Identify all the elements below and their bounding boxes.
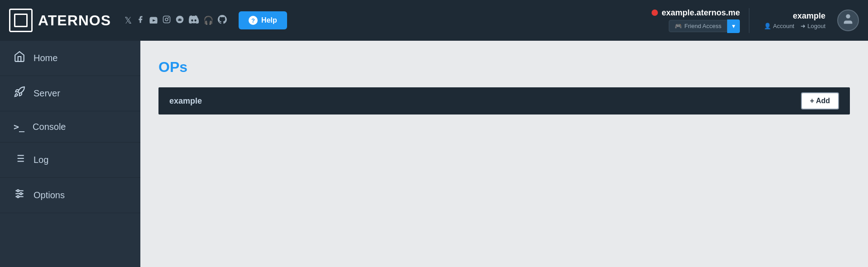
- server-address: example.aternos.me: [662, 8, 740, 18]
- reddit-icon[interactable]: [175, 15, 184, 26]
- friend-access-icon: 🎮: [675, 23, 682, 29]
- instagram-icon[interactable]: [163, 15, 171, 26]
- avatar-icon: [842, 13, 854, 29]
- svg-point-4: [178, 18, 182, 21]
- page-title: OPs: [158, 59, 850, 76]
- logout-label: Logout: [807, 23, 825, 29]
- chevron-down-icon: ▼: [731, 23, 736, 29]
- svg-point-7: [182, 17, 183, 19]
- top-navigation: ATERNOS 𝕏 🎧 ? Help example.a: [0, 0, 868, 41]
- friend-access-row: 🎮 Friend Access ▼: [669, 19, 740, 33]
- svg-point-2: [168, 17, 169, 18]
- youtube-icon[interactable]: [149, 15, 158, 26]
- avatar: [837, 10, 859, 31]
- help-button[interactable]: ? Help: [239, 11, 287, 29]
- console-icon: >_: [14, 121, 24, 132]
- social-icons-group: 𝕏 🎧: [125, 15, 227, 26]
- ops-player-name: example: [169, 96, 801, 106]
- svg-point-9: [846, 14, 850, 18]
- server-name-row: example.aternos.me: [652, 8, 740, 18]
- sidebar-item-options[interactable]: Options: [0, 178, 140, 213]
- twitter-icon[interactable]: 𝕏: [125, 15, 132, 26]
- svg-point-20: [20, 193, 22, 195]
- svg-point-1: [165, 18, 168, 21]
- server-status-area: example.aternos.me 🎮 Friend Access ▼: [652, 8, 749, 33]
- options-icon: [14, 188, 25, 203]
- main-content: OPs example + Add: [140, 41, 868, 267]
- sidebar-item-server[interactable]: Server: [0, 76, 140, 111]
- sidebar-item-label-log: Log: [34, 155, 48, 165]
- server-rocket-icon: [14, 86, 25, 101]
- discord-icon[interactable]: [189, 15, 199, 26]
- sidebar-item-label-console: Console: [33, 122, 66, 132]
- logo-box: [9, 9, 33, 32]
- svg-point-19: [17, 190, 19, 191]
- logo-area: ATERNOS: [9, 9, 111, 32]
- logout-link[interactable]: ➜ Logout: [801, 23, 825, 29]
- ops-player-row: example + Add: [158, 87, 850, 114]
- svg-point-5: [178, 19, 179, 20]
- logo-text: ATERNOS: [38, 12, 111, 29]
- sidebar-item-log[interactable]: Log: [0, 143, 140, 178]
- status-dot-offline: [652, 10, 658, 16]
- sidebar: Home Server >_ Console Log Options: [0, 41, 140, 267]
- sidebar-item-label-home: Home: [34, 53, 58, 63]
- help-icon: ?: [249, 16, 258, 25]
- friend-access-label: Friend Access: [685, 23, 722, 29]
- account-link[interactable]: 👤 Account: [764, 23, 794, 29]
- account-icon: 👤: [764, 23, 771, 29]
- help-label: Help: [261, 16, 277, 24]
- svg-point-21: [17, 195, 19, 197]
- sidebar-item-home[interactable]: Home: [0, 41, 140, 76]
- user-links: 👤 Account ➜ Logout: [764, 23, 825, 29]
- teamspeak-icon[interactable]: 🎧: [203, 15, 213, 25]
- friend-access-button[interactable]: 🎮 Friend Access: [669, 20, 728, 32]
- username-label: example: [793, 11, 825, 21]
- svg-rect-0: [163, 16, 170, 23]
- github-icon[interactable]: [218, 15, 227, 26]
- log-icon: [14, 153, 25, 167]
- sidebar-item-label-server: Server: [34, 88, 60, 99]
- facebook-icon[interactable]: [136, 15, 144, 26]
- home-icon: [14, 51, 25, 66]
- user-area: example 👤 Account ➜ Logout: [764, 11, 825, 29]
- logo-inner-box: [14, 14, 28, 27]
- logout-icon: ➜: [801, 23, 806, 29]
- account-label: Account: [773, 23, 794, 29]
- sidebar-item-console[interactable]: >_ Console: [0, 111, 140, 143]
- main-layout: Home Server >_ Console Log Options: [0, 41, 868, 267]
- add-op-button[interactable]: + Add: [801, 92, 839, 110]
- svg-point-6: [181, 19, 182, 20]
- sidebar-item-label-options: Options: [34, 190, 65, 200]
- friend-access-dropdown-button[interactable]: ▼: [727, 19, 740, 33]
